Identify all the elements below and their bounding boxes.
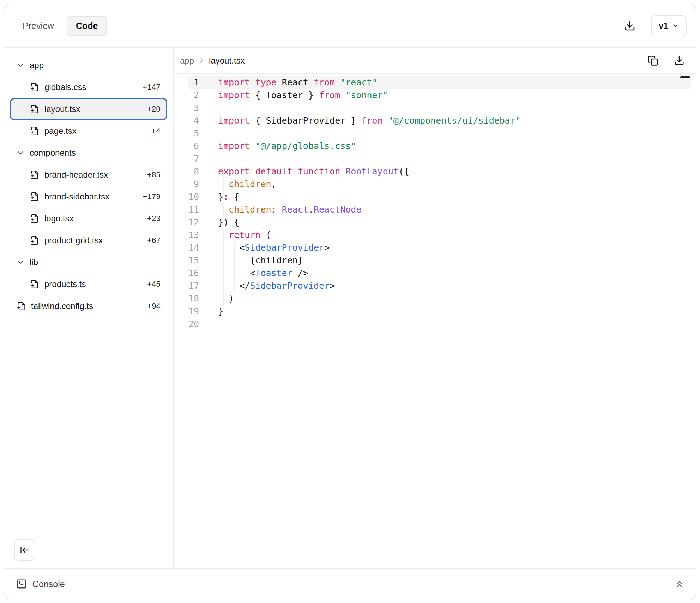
line-number: 3 bbox=[188, 102, 199, 114]
file-plus-icon bbox=[30, 192, 39, 201]
line-content: import { Toaster } from "sonner" bbox=[199, 89, 691, 102]
code-line: 12 }) { bbox=[188, 216, 691, 229]
code-line: 16 <Toaster /> bbox=[188, 267, 691, 280]
arrow-left-to-line-icon bbox=[20, 545, 30, 555]
line-content: children: React.ReactNode bbox=[199, 203, 691, 216]
line-content: import "@/app/globals.css" bbox=[199, 140, 691, 153]
diff-count-badge: +20 bbox=[147, 105, 161, 114]
line-content: import { SidebarProvider } from "@/compo… bbox=[199, 114, 691, 127]
diff-count-badge: +23 bbox=[147, 214, 161, 223]
file-tree-item[interactable]: brand-sidebar.tsx +179 bbox=[10, 186, 167, 208]
line-content bbox=[199, 153, 691, 165]
console-label: Console bbox=[32, 579, 65, 589]
file-plus-icon bbox=[30, 83, 39, 92]
breadcrumb-file: layout.tsx bbox=[209, 56, 245, 66]
tab-preview[interactable]: Preview bbox=[13, 16, 63, 36]
line-number: 7 bbox=[188, 153, 199, 165]
line-number: 10 bbox=[188, 191, 199, 203]
view-tabs: Preview Code bbox=[13, 16, 107, 36]
file-plus-icon bbox=[30, 170, 39, 179]
download-project-button[interactable] bbox=[623, 19, 637, 33]
line-content: import type React from "react" bbox=[199, 76, 691, 89]
line-number: 9 bbox=[188, 178, 199, 191]
file-name: logo.tsx bbox=[44, 214, 74, 223]
content-area: app globals.css +147 layout.tsx +20 page… bbox=[4, 48, 696, 568]
chevrons-up-icon bbox=[675, 579, 684, 589]
line-number: 5 bbox=[188, 127, 199, 140]
code-line: 13 return ( bbox=[188, 229, 691, 241]
file-plus-icon bbox=[30, 126, 39, 136]
line-number: 18 bbox=[188, 292, 199, 305]
file-explorer: app globals.css +147 layout.tsx +20 page… bbox=[4, 48, 174, 568]
line-number: 14 bbox=[188, 241, 199, 254]
diff-count-badge: +45 bbox=[147, 280, 161, 289]
download-file-button[interactable] bbox=[672, 54, 686, 67]
code-line: 18 ) bbox=[188, 292, 691, 305]
line-content: }) { bbox=[199, 216, 691, 229]
code-line: 6 import "@/app/globals.css" bbox=[188, 140, 691, 153]
chevron-down-icon bbox=[17, 61, 24, 69]
app-window: Preview Code v1 app bbox=[4, 4, 696, 599]
file-tree-item[interactable]: product-grid.tsx +67 bbox=[10, 229, 167, 251]
line-number: 6 bbox=[188, 140, 199, 153]
file-plus-icon bbox=[30, 236, 39, 245]
line-content: {children} bbox=[199, 254, 691, 267]
code-line: 19 } bbox=[188, 305, 691, 318]
file-tree: app globals.css +147 layout.tsx +20 page… bbox=[4, 54, 173, 317]
breadcrumb-folder[interactable]: app bbox=[180, 56, 194, 66]
line-content bbox=[199, 318, 691, 330]
diff-count-badge: +179 bbox=[143, 192, 161, 201]
file-tree-item[interactable]: tailwind.config.ts +94 bbox=[10, 295, 167, 317]
folder-name: lib bbox=[30, 257, 38, 267]
code-line: 7 bbox=[188, 153, 691, 165]
line-content: </SidebarProvider> bbox=[199, 280, 691, 292]
scrollbar-thumb[interactable] bbox=[680, 76, 690, 78]
line-content: <SidebarProvider> bbox=[199, 241, 691, 254]
code-editor[interactable]: 1 import type React from "react" 2 impor… bbox=[174, 74, 696, 568]
editor-pane: app layout.tsx bbox=[174, 48, 696, 568]
file-tree-item[interactable]: products.ts +45 bbox=[10, 273, 167, 295]
chevron-right-icon bbox=[198, 57, 205, 65]
collapse-sidebar-button[interactable] bbox=[14, 539, 35, 561]
breadcrumb-bar: app layout.tsx bbox=[174, 48, 696, 74]
code-lines: 1 import type React from "react" 2 impor… bbox=[174, 76, 696, 330]
code-line: 15 {children} bbox=[188, 254, 691, 267]
line-number: 16 bbox=[188, 267, 199, 280]
file-plus-icon bbox=[30, 214, 39, 223]
line-content: } bbox=[199, 305, 691, 318]
file-tree-folder[interactable]: lib bbox=[10, 251, 167, 273]
line-number: 11 bbox=[188, 203, 199, 216]
line-number: 19 bbox=[188, 305, 199, 318]
tab-code[interactable]: Code bbox=[67, 16, 107, 36]
version-dropdown[interactable]: v1 bbox=[651, 15, 687, 36]
file-tree-folder[interactable]: components bbox=[10, 142, 167, 164]
file-plus-icon bbox=[30, 280, 39, 289]
file-tree-item[interactable]: page.tsx +4 bbox=[10, 120, 167, 142]
line-number: 20 bbox=[188, 318, 199, 330]
copy-icon bbox=[648, 55, 658, 66]
diff-count-badge: +85 bbox=[147, 170, 161, 179]
line-number: 4 bbox=[188, 114, 199, 127]
file-tree-item[interactable]: brand-header.tsx +85 bbox=[10, 164, 167, 186]
code-line: 5 bbox=[188, 127, 691, 140]
line-number: 17 bbox=[188, 280, 199, 292]
file-tree-item[interactable]: layout.tsx +20 bbox=[10, 98, 167, 120]
copy-code-button[interactable] bbox=[646, 54, 660, 67]
code-line: 17 </SidebarProvider> bbox=[188, 280, 691, 292]
code-line: 4 import { SidebarProvider } from "@/com… bbox=[188, 114, 691, 127]
chevron-down-icon bbox=[17, 258, 24, 266]
diff-count-badge: +147 bbox=[143, 83, 161, 92]
file-name: brand-header.tsx bbox=[44, 170, 108, 180]
line-content: ) bbox=[199, 292, 691, 305]
file-tree-item[interactable]: logo.tsx +23 bbox=[10, 208, 167, 229]
file-plus-icon bbox=[17, 302, 26, 311]
breadcrumb: app layout.tsx bbox=[180, 56, 245, 66]
line-content: <Toaster /> bbox=[199, 267, 691, 280]
code-line: 20 bbox=[188, 318, 691, 330]
diff-count-badge: +4 bbox=[151, 126, 161, 136]
file-tree-folder[interactable]: app bbox=[10, 54, 167, 76]
expand-console-button[interactable] bbox=[673, 578, 686, 590]
console-toggle[interactable]: Console bbox=[14, 578, 67, 590]
console-bar: Console bbox=[4, 568, 696, 599]
file-tree-item[interactable]: globals.css +147 bbox=[10, 76, 167, 98]
